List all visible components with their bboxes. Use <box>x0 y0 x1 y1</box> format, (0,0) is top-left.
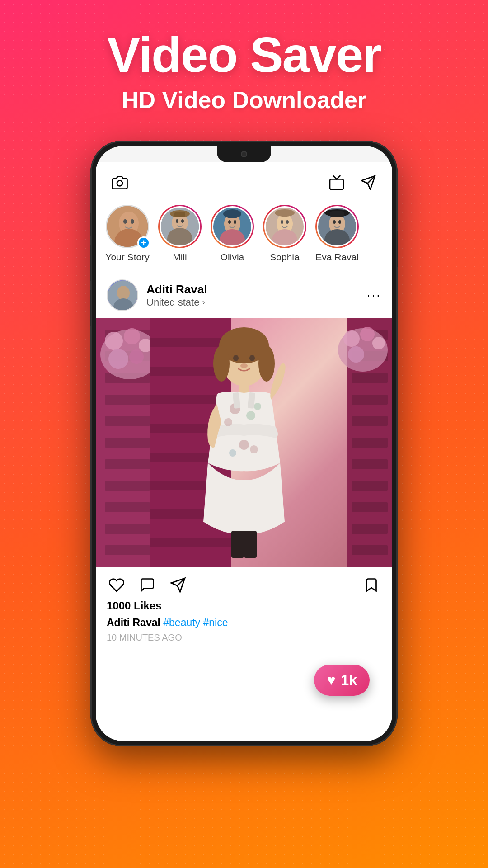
svg-point-54 <box>249 355 255 361</box>
story-label-mili: Mili <box>173 252 187 263</box>
svg-point-19 <box>228 220 231 224</box>
post-user-info: Aditi Raval United state › <box>146 283 367 308</box>
phone-notch <box>217 146 271 162</box>
post-avatar <box>107 279 138 311</box>
svg-rect-67 <box>244 531 257 558</box>
story-item-mili[interactable]: Mili <box>157 205 202 263</box>
story-item-eva-raval[interactable]: Eva Raval <box>314 205 360 263</box>
svg-point-36 <box>117 286 130 300</box>
svg-point-27 <box>275 209 295 217</box>
svg-point-43 <box>129 349 144 364</box>
story-item-sophia[interactable]: Sophia <box>262 205 307 263</box>
caption-hashtags[interactable]: #beauty #nice <box>163 617 228 628</box>
story-label-eva-raval: Eva Raval <box>315 252 359 263</box>
phone-wrapper: + Your Story <box>0 141 488 746</box>
svg-point-7 <box>123 219 127 224</box>
stories-row: + Your Story <box>96 199 392 272</box>
svg-point-48 <box>348 346 364 363</box>
svg-rect-34 <box>330 211 344 217</box>
app-title: Video Saver <box>18 27 470 82</box>
front-camera <box>241 151 247 157</box>
svg-point-61 <box>239 440 249 450</box>
svg-point-62 <box>229 449 236 457</box>
bookmark-button[interactable] <box>361 575 381 595</box>
svg-point-45 <box>343 330 360 347</box>
svg-point-0 <box>117 181 122 186</box>
app-header: Video Saver HD Video Downloader <box>0 0 488 127</box>
post-actions <box>96 567 392 599</box>
share-button[interactable] <box>168 575 188 595</box>
post-location: United state › <box>146 297 367 308</box>
story-item-olivia[interactable]: Olivia <box>210 205 255 263</box>
add-story-plus: + <box>137 236 150 249</box>
post-more-button[interactable]: ··· <box>367 288 381 302</box>
post-location-text: United state <box>146 297 199 308</box>
svg-point-52 <box>258 345 275 382</box>
chevron-right-icon: › <box>202 297 205 307</box>
post-image <box>96 318 392 567</box>
floating-heart-icon: ♥ <box>327 672 335 689</box>
svg-point-32 <box>338 220 341 224</box>
svg-point-21 <box>223 209 241 218</box>
svg-point-8 <box>131 219 134 224</box>
story-label-your-story: Your Story <box>105 252 149 263</box>
svg-rect-66 <box>231 531 244 558</box>
svg-point-26 <box>286 220 289 224</box>
volume-up-button <box>90 245 91 281</box>
post-caption: Aditi Raval #beauty #nice <box>96 615 392 631</box>
caption-username: Aditi Raval <box>107 617 160 628</box>
svg-point-63 <box>250 445 258 453</box>
svg-point-25 <box>281 220 283 224</box>
svg-point-58 <box>246 411 255 420</box>
phone-screen: + Your Story <box>96 162 392 741</box>
flowers-right <box>333 323 392 377</box>
svg-point-31 <box>333 220 336 224</box>
svg-rect-15 <box>174 212 185 217</box>
phone-frame: + Your Story <box>90 141 398 746</box>
phone-inner: + Your Story <box>96 146 392 741</box>
camera-icon[interactable] <box>110 173 129 192</box>
volume-mute-button <box>90 213 91 236</box>
floating-like-button[interactable]: ♥ 1k <box>314 665 370 696</box>
svg-rect-1 <box>330 179 343 190</box>
svg-point-47 <box>372 337 385 349</box>
story-item-your-story[interactable]: + Your Story <box>105 205 150 263</box>
post-header: Aditi Raval United state › ··· <box>96 272 392 318</box>
igtv-icon[interactable] <box>327 173 346 192</box>
svg-point-39 <box>105 332 123 350</box>
svg-point-42 <box>108 349 128 369</box>
like-button[interactable] <box>107 575 127 595</box>
person-in-post <box>181 327 307 562</box>
likes-count: 1000 Likes <box>96 599 392 615</box>
app-subtitle: HD Video Downloader <box>18 86 470 113</box>
svg-point-53 <box>233 355 239 361</box>
post-time: 10 MINUTES AGO <box>96 631 392 647</box>
svg-point-12 <box>176 219 178 223</box>
ig-right-icons <box>327 173 378 192</box>
power-button <box>397 231 398 267</box>
svg-point-59 <box>224 418 232 426</box>
svg-point-51 <box>213 345 230 382</box>
svg-point-46 <box>360 327 375 341</box>
ig-header <box>96 162 392 199</box>
comment-button[interactable] <box>137 575 157 595</box>
story-label-olivia: Olivia <box>221 252 244 263</box>
svg-point-20 <box>234 220 236 224</box>
floating-like-count: 1k <box>341 672 357 689</box>
story-label-sophia: Sophia <box>270 252 299 263</box>
send-icon[interactable] <box>359 173 378 192</box>
svg-point-55 <box>240 363 248 368</box>
svg-point-60 <box>254 403 261 410</box>
volume-down-button <box>90 290 91 326</box>
post-username: Aditi Raval <box>146 283 367 297</box>
svg-point-40 <box>124 328 140 344</box>
svg-point-13 <box>181 219 184 223</box>
